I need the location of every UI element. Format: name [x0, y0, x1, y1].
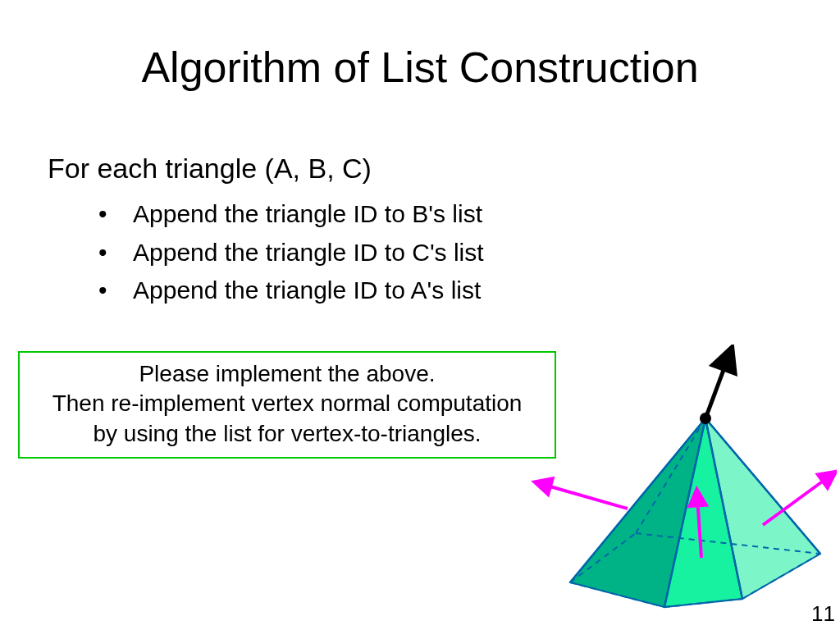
bullet-dot-icon: •	[98, 195, 133, 234]
bullet-text: Append the triangle ID to A's list	[133, 272, 481, 310]
pyramid-figure	[492, 345, 837, 623]
svg-point-14	[700, 413, 711, 424]
bullet-list: • Append the triangle ID to B's list • A…	[98, 195, 484, 310]
svg-line-13	[705, 357, 728, 418]
intro-line: For each triangle (A, B, C)	[48, 153, 372, 185]
note-line: Please implement the above.	[26, 359, 548, 389]
note-line: by using the list for vertex-to-triangle…	[26, 419, 548, 449]
page-number: 11	[811, 601, 835, 627]
bullet-text: Append the triangle ID to C's list	[133, 234, 484, 272]
list-item: • Append the triangle ID to B's list	[98, 195, 484, 234]
list-item: • Append the triangle ID to A's list	[98, 272, 484, 310]
bullet-text: Append the triangle ID to B's list	[133, 195, 482, 234]
instruction-box: Please implement the above. Then re-impl…	[18, 351, 556, 459]
svg-line-15	[541, 484, 628, 509]
slide-title: Algorithm of List Construction	[0, 43, 840, 92]
list-item: • Append the triangle ID to C's list	[98, 234, 484, 272]
bullet-dot-icon: •	[98, 272, 133, 310]
note-line: Then re-implement vertex normal computat…	[26, 389, 548, 418]
bullet-dot-icon: •	[98, 234, 133, 272]
